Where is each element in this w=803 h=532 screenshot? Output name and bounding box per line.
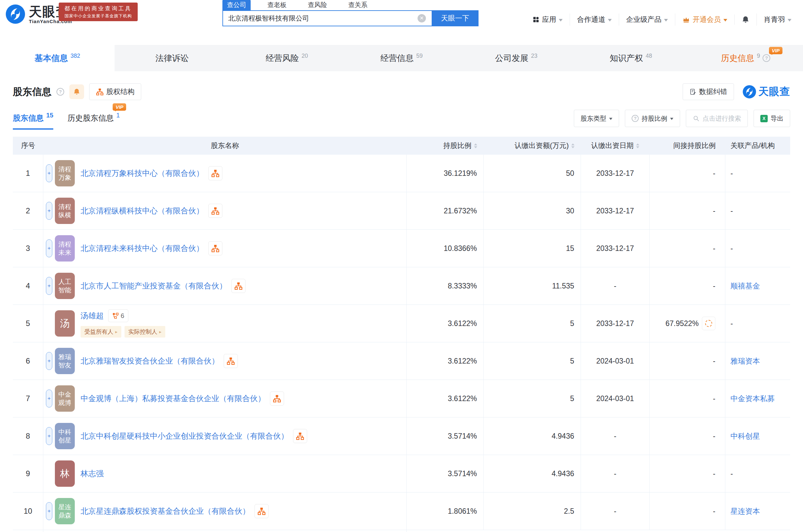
nav-item-合作通道[interactable]: 合作通道	[570, 14, 619, 26]
shareholder-name-link[interactable]: 汤雄超	[80, 310, 104, 321]
expand-button[interactable]: +	[46, 352, 52, 370]
expand-button[interactable]: +	[46, 427, 52, 445]
role-tag[interactable]: 实际控制人▸	[125, 326, 165, 338]
table-body: 1 + 清程万象 北京清程万象科技中心（有限合伙）	[13, 155, 790, 532]
help-icon[interactable]: ?	[56, 88, 64, 96]
shareholder-name-link[interactable]: 北京清程纵横科技中心（有限合伙）	[80, 206, 204, 216]
avatar: 汤	[55, 310, 75, 337]
column-header: 间接持股比例	[650, 141, 725, 151]
nav-item-应用[interactable]: 应用	[525, 14, 570, 26]
search-tab-3[interactable]: 查关系	[344, 0, 372, 10]
shareholder-name-link[interactable]: 北京市人工智能产业投资基金（有限合伙）	[80, 281, 227, 291]
indirect-cell: -	[650, 267, 725, 304]
sort-icon[interactable]	[571, 144, 575, 148]
search-tab-2[interactable]: 查风险	[303, 0, 332, 10]
expand-button[interactable]: +	[46, 277, 52, 295]
main-tab-1[interactable]: 法律诉讼	[115, 45, 229, 71]
subtab-count: 15	[46, 112, 53, 122]
shareholder-name-link[interactable]: 北京清程万象科技中心（有限合伙）	[80, 168, 204, 178]
table-search-button[interactable]: 点击进行搜索	[686, 110, 748, 127]
product-link[interactable]: 星连资本	[730, 506, 760, 516]
subtab-0[interactable]: 股东信息15	[13, 113, 53, 130]
nav-item-bell[interactable]	[734, 15, 757, 25]
help-icon[interactable]: ?	[763, 54, 770, 62]
main-tab-4[interactable]: 公司发展23	[459, 45, 574, 71]
data-correction-button[interactable]: 数据纠错	[683, 83, 734, 100]
sort-icon[interactable]	[474, 144, 477, 148]
date-cell: 2033-12-17	[581, 305, 650, 342]
vip-badge: VIP	[113, 103, 126, 111]
nav-label: 应用	[542, 15, 556, 24]
shareholder-name-link[interactable]: 林志强	[80, 469, 104, 479]
main-tab-2[interactable]: 经营风险20	[229, 45, 344, 71]
chevron-down-icon	[788, 19, 791, 21]
column-label: 序号	[21, 141, 35, 151]
nav-label: 肖青羽	[764, 15, 785, 24]
subtab-1[interactable]: 历史股东信息1VIP	[68, 113, 120, 130]
product-link: -	[730, 244, 733, 253]
sort-icon[interactable]	[636, 144, 639, 148]
search-tab-1[interactable]: 查老板	[263, 0, 291, 10]
promo-line1: 都在用的商业查询工具	[64, 5, 132, 12]
org-chart-button[interactable]	[208, 241, 222, 255]
equity-structure-button[interactable]: 股权结构	[89, 83, 141, 100]
expand-button[interactable]: +	[46, 240, 52, 257]
tab-count: 382	[71, 53, 80, 59]
shareholder-cell: + 中科创星 北京中科创星硬科技中小企业创业投资合伙企业（有限合伙）	[43, 417, 407, 455]
holding-ratio-filter[interactable]: ? 持股比例	[625, 110, 680, 127]
org-chart-button[interactable]	[255, 504, 269, 518]
shareholder-name-link[interactable]: 北京雅瑞智友投资合伙企业（有限合伙）	[80, 356, 219, 366]
export-button[interactable]: X 导出	[753, 110, 790, 127]
amount-cell: 5	[484, 342, 581, 380]
expand-button[interactable]: +	[46, 502, 52, 520]
search-tab-0[interactable]: 查公司	[222, 0, 251, 10]
org-chart-icon	[227, 357, 235, 365]
org-chart-button[interactable]	[208, 204, 222, 218]
chevron-down-icon	[670, 118, 673, 120]
shareholder-name-link[interactable]: 北京清程未来科技中心（有限合伙）	[80, 243, 204, 253]
product-link[interactable]: 顺禧基金	[730, 281, 760, 291]
graph-badge[interactable]: 6	[108, 309, 128, 322]
nav-item-肖青羽[interactable]: 肖青羽	[757, 14, 799, 26]
expand-button[interactable]: +	[46, 164, 52, 182]
org-chart-icon	[211, 244, 220, 252]
expand-button[interactable]: +	[46, 202, 52, 220]
main-tab-0[interactable]: 基本信息382	[0, 45, 115, 71]
product-link[interactable]: 中科创星	[730, 431, 760, 441]
shareholder-name-link[interactable]: 北京星连鼎森股权投资基金合伙企业（有限合伙）	[80, 506, 250, 516]
indirect-cell: -	[650, 493, 725, 530]
subscribe-bell-button[interactable]	[69, 84, 84, 99]
expand-button[interactable]: +	[46, 390, 52, 407]
indirect-icon[interactable]	[702, 317, 715, 330]
promo-banner[interactable]: 都在用的商业查询工具 国家中小企业发展子基金旗下机构	[59, 3, 138, 21]
shareholder-type-filter[interactable]: 股东类型	[574, 110, 619, 127]
product-link[interactable]: 中金资本私募	[730, 394, 775, 404]
org-chart-button[interactable]	[208, 166, 222, 180]
shareholder-cell: + 清程未来 北京清程未来科技中心（有限合伙）	[43, 230, 407, 267]
product-link: -	[730, 207, 733, 215]
clear-search-icon[interactable]: ✕	[417, 14, 426, 22]
table-row: 4 + 人工智能 北京市人工智能产业投资基金（有限合伙）	[13, 267, 790, 305]
role-tag[interactable]: 受益所有人▸	[80, 326, 121, 338]
product-link[interactable]: 雅瑞资本	[730, 356, 760, 366]
nav-item-企业级产品[interactable]: 企业级产品	[619, 14, 675, 26]
row-seq	[13, 530, 43, 532]
avatar: 清程万象	[55, 160, 75, 186]
amount-cell: 4.9436	[484, 417, 581, 455]
org-chart-button[interactable]	[270, 392, 284, 405]
org-chart-button[interactable]	[293, 429, 307, 443]
main-tab-3[interactable]: 经营信息59	[344, 45, 459, 71]
shareholder-name-link[interactable]: 中金观博（上海）私募投资基金合伙企业（有限合伙）	[80, 393, 265, 404]
search-input[interactable]	[222, 10, 432, 26]
subtab-count: 1	[116, 112, 120, 123]
column-label: 持股比例	[443, 141, 471, 151]
row-seq: 7	[13, 380, 43, 417]
org-chart-button[interactable]	[231, 279, 245, 293]
main-tab-5[interactable]: 知识产权48	[574, 45, 688, 71]
shareholder-name-link[interactable]: 北京中科创星硬科技中小企业创业投资合伙企业（有限合伙）	[80, 431, 288, 441]
holding-ratio-label: 持股比例	[641, 114, 667, 123]
search-button[interactable]: 天眼一下	[432, 10, 479, 26]
nav-item-开通会员[interactable]: 开通会员	[675, 14, 734, 26]
main-tab-6[interactable]: 历史信息9?VIP	[688, 45, 803, 71]
org-chart-button[interactable]	[224, 354, 238, 368]
